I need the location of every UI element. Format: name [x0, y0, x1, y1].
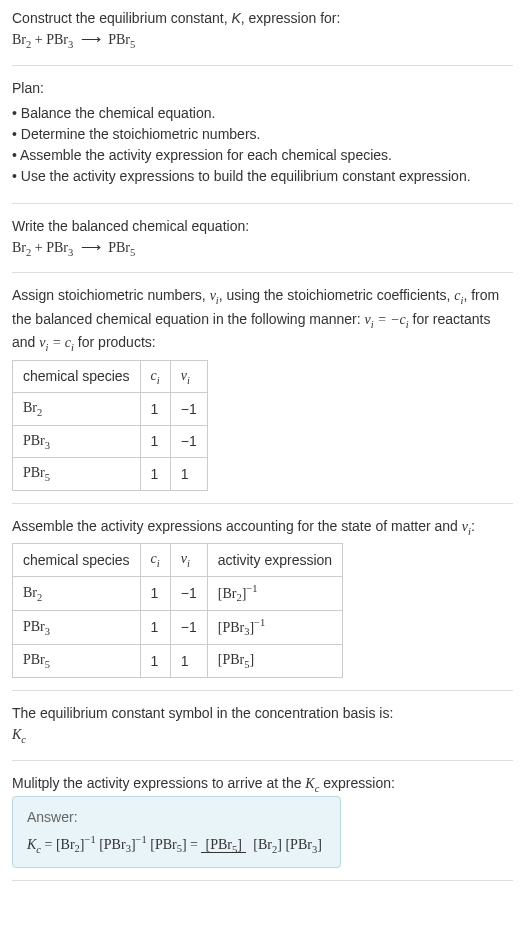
plan-item: Use the activity expressions to build th…	[12, 166, 513, 187]
answer-label: Answer:	[27, 807, 326, 828]
cell-species: PBr5	[13, 645, 141, 678]
intro-text: Construct the equilibrium constant, K, e…	[12, 8, 513, 29]
header-nui: νi	[170, 360, 207, 393]
cell-species: PBr3	[13, 425, 141, 458]
table-row: PBr3 1 −1	[13, 425, 208, 458]
plan-item: Balance the chemical equation.	[12, 103, 513, 124]
table-header-row: chemical species ci νi	[13, 360, 208, 393]
multiply-text: Mulitply the activity expressions to arr…	[12, 773, 513, 797]
intro-k: K	[231, 10, 240, 26]
table-row: Br2 1 −1	[13, 393, 208, 426]
table-header-row: chemical species ci νi activity expressi…	[13, 544, 343, 577]
cell-expr: [PBr3]−1	[207, 611, 342, 645]
symbol-section: The equilibrium constant symbol in the c…	[12, 703, 513, 761]
cell-species: PBr5	[13, 458, 141, 491]
intro-section: Construct the equilibrium constant, K, e…	[12, 8, 513, 66]
activity-text: Assemble the activity expressions accoun…	[12, 516, 513, 540]
cell-c: 1	[140, 577, 170, 611]
intro-text-2: , expression for:	[241, 10, 341, 26]
stoich-text: Assign stoichiometric numbers, νi, using…	[12, 285, 513, 356]
cell-nu: −1	[170, 425, 207, 458]
plan-list: Balance the chemical equation. Determine…	[12, 103, 513, 187]
cell-c: 1	[140, 611, 170, 645]
balanced-title: Write the balanced chemical equation:	[12, 216, 513, 237]
cell-expr: [Br2]−1	[207, 577, 342, 611]
header-activity: activity expression	[207, 544, 342, 577]
cell-nu: −1	[170, 577, 207, 611]
cell-c: 1	[140, 393, 170, 426]
plan-title: Plan:	[12, 78, 513, 99]
table-row: Br2 1 −1 [Br2]−1	[13, 577, 343, 611]
cell-c: 1	[140, 645, 170, 678]
header-nui: νi	[170, 544, 207, 577]
balanced-section: Write the balanced chemical equation: Br…	[12, 216, 513, 274]
intro-text-1: Construct the equilibrium constant,	[12, 10, 231, 26]
table-row: PBr3 1 −1 [PBr3]−1	[13, 611, 343, 645]
header-ci: ci	[140, 544, 170, 577]
stoich-section: Assign stoichiometric numbers, νi, using…	[12, 285, 513, 504]
symbol-text: The equilibrium constant symbol in the c…	[12, 703, 513, 724]
cell-nu: 1	[170, 645, 207, 678]
plan-item: Determine the stoichiometric numbers.	[12, 124, 513, 145]
equation-balanced: Br2 + PBr3 ⟶ PBr5	[12, 237, 513, 261]
cell-species: Br2	[13, 393, 141, 426]
multiply-section: Mulitply the activity expressions to arr…	[12, 773, 513, 882]
stoich-table: chemical species ci νi Br2 1 −1 PBr3 1 −…	[12, 360, 208, 491]
header-species: chemical species	[13, 360, 141, 393]
cell-species: Br2	[13, 577, 141, 611]
equation-unbalanced: Br2 + PBr3 ⟶ PBr5	[12, 29, 513, 53]
cell-nu: 1	[170, 458, 207, 491]
activity-table: chemical species ci νi activity expressi…	[12, 543, 343, 678]
cell-expr: [PBr5]	[207, 645, 342, 678]
cell-nu: −1	[170, 393, 207, 426]
header-species: chemical species	[13, 544, 141, 577]
answer-box: Answer: Kc = [Br2]−1 [PBr3]−1 [PBr5] = […	[12, 796, 341, 868]
header-ci: ci	[140, 360, 170, 393]
answer-expression: Kc = [Br2]−1 [PBr3]−1 [PBr5] = [PBr5] [B…	[27, 832, 326, 857]
plan-item: Assemble the activity expression for eac…	[12, 145, 513, 166]
plan-section: Plan: Balance the chemical equation. Det…	[12, 78, 513, 204]
cell-species: PBr3	[13, 611, 141, 645]
activity-section: Assemble the activity expressions accoun…	[12, 516, 513, 691]
table-row: PBr5 1 1 [PBr5]	[13, 645, 343, 678]
cell-c: 1	[140, 425, 170, 458]
cell-c: 1	[140, 458, 170, 491]
table-row: PBr5 1 1	[13, 458, 208, 491]
cell-nu: −1	[170, 611, 207, 645]
kc-symbol: Kc	[12, 724, 513, 748]
